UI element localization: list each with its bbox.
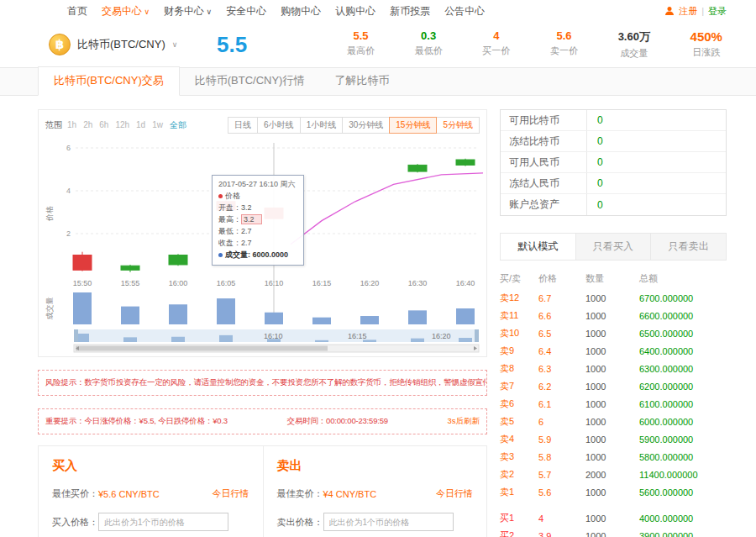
stat-value: 3.60万: [618, 29, 650, 45]
nav-item[interactable]: 新币投票: [390, 4, 430, 18]
interval-button[interactable]: 日线: [228, 117, 258, 134]
interval-selector: 日线 6小时线 1小时线 30分钟线 15分钟线 5分钟线: [228, 117, 480, 134]
sell-order-row[interactable]: 卖6 6.1 1000 6100.000000: [500, 395, 727, 413]
orderbook-tab[interactable]: 只看买入: [576, 234, 652, 260]
nav-item[interactable]: 购物中心: [281, 4, 321, 18]
sell-order-row[interactable]: 卖7 6.2 1000 6200.000000: [500, 377, 727, 395]
svg-text:16:40: 16:40: [456, 279, 475, 287]
account-value: 0: [587, 135, 603, 147]
buy-order-row[interactable]: 买1 4 1000 4000.000000: [500, 509, 727, 527]
account-label: 冻结比特币: [501, 131, 587, 151]
sell-order-row[interactable]: 卖9 6.4 1000 6400.000000: [500, 342, 727, 360]
refresh-countdown: 3s后刷新: [447, 416, 480, 427]
interval-button[interactable]: 30分钟线: [342, 117, 390, 134]
sell-order-row[interactable]: 卖1 5.6 1000 5600.000000: [500, 483, 727, 501]
sell-order-row[interactable]: 卖2 5.7 2000 11400.000000: [500, 466, 727, 483]
sell-order-row[interactable]: 卖5 6 1000 6000.000000: [500, 413, 727, 430]
nav-item[interactable]: 认购中心: [335, 4, 375, 18]
sell-price-label: 卖出价格：: [277, 516, 323, 529]
sell-order-row[interactable]: 卖11 6.6 1000 6600.000000: [500, 307, 727, 324]
svg-text:16:20: 16:20: [432, 332, 451, 340]
sell-price-input[interactable]: [323, 513, 454, 531]
ticker-stat: 5.6 卖一价: [550, 29, 578, 60]
buy-order-row[interactable]: 买2 3.9 1000 3900.000000: [500, 527, 727, 537]
interval-button[interactable]: 6小时线: [257, 117, 301, 134]
account-label: 冻结人民币: [501, 173, 587, 193]
register-link[interactable]: 注册: [679, 5, 697, 18]
svg-text:16:00: 16:00: [169, 279, 188, 287]
account-label: 可用人民币: [501, 152, 587, 172]
nav-item[interactable]: 首页: [67, 4, 87, 18]
nav-item[interactable]: 安全中心: [226, 4, 266, 18]
svg-text:16:15: 16:15: [312, 279, 332, 287]
pair-selector[interactable]: ฿ 比特币(BTC/CNY) ∨: [49, 34, 204, 55]
range-button[interactable]: 2h: [80, 119, 96, 130]
buy-price-input[interactable]: [98, 513, 228, 531]
stat-label: 成交量: [618, 47, 650, 60]
account-row: 可用人民币 0: [501, 152, 726, 173]
svg-text:16:05: 16:05: [217, 279, 236, 287]
sell-order-row[interactable]: 卖12 6.7 1000 6700.000000: [500, 289, 727, 307]
svg-text:2: 2: [66, 229, 71, 238]
range-button[interactable]: 6h: [96, 119, 112, 130]
orderbook-tab[interactable]: 默认模式: [501, 234, 576, 260]
page-tab[interactable]: 比特币(BTC/CNY)行情: [180, 67, 320, 95]
interval-button[interactable]: 5分钟线: [436, 117, 480, 134]
sell-order-row[interactable]: 卖4 5.9 1000 5900.000000: [500, 430, 727, 448]
stat-label: 最高价: [347, 45, 375, 57]
sell-title: 卖出: [277, 458, 474, 474]
svg-text:16:20: 16:20: [360, 279, 380, 287]
stat-value: 450%: [690, 29, 722, 44]
orderbook-buys-table: 买1 4 1000 4000.000000 买2 3.9 1000 3900.0…: [500, 509, 727, 537]
interval-button[interactable]: 15分钟线: [389, 117, 437, 134]
best-sell-value: ¥4 CNY/BTC: [323, 489, 377, 499]
range-button[interactable]: 全部: [166, 119, 190, 130]
auth-divider: |: [701, 6, 704, 16]
nav-item[interactable]: 财务中心: [164, 4, 212, 18]
svg-text:6: 6: [66, 144, 71, 152]
last-price: 5.5: [217, 32, 276, 58]
page-tabs: 比特币(BTC/CNY)交易 比特币(BTC/CNY)行情 了解比特币: [0, 68, 756, 96]
sell-order-row[interactable]: 卖8 6.3 1000 6300.000000: [500, 360, 727, 377]
chart-panel: 范围 1h2h6h12h1d1w全部 日线 6小时线 1小时线 30分钟线 15…: [38, 109, 487, 357]
chart-body: 24615:5015:5516:0016:0516:1016:1516:2016…: [44, 138, 481, 355]
page-tab[interactable]: 了解比特币: [319, 67, 404, 95]
interval-button[interactable]: 1小时线: [300, 117, 344, 134]
buy-title: 买入: [52, 458, 249, 474]
sell-panel: 卖出 最佳卖价： ¥4 CNY/BTC 今日行情 卖出价格： 最大可卖： - B…: [263, 446, 487, 537]
orderbook-tab[interactable]: 只看卖出: [651, 234, 726, 260]
page-tab[interactable]: 比特币(BTC/CNY)交易: [38, 66, 180, 96]
svg-text:15:55: 15:55: [121, 279, 140, 287]
login-link[interactable]: 登录: [708, 5, 727, 18]
col-side: 买/卖: [500, 267, 538, 289]
sell-order-row[interactable]: 卖10 6.5 1000 6500.000000: [500, 324, 727, 342]
account-value: 0: [587, 177, 603, 189]
svg-text:15:50: 15:50: [73, 279, 92, 287]
nav-item[interactable]: 交易中心: [102, 4, 150, 18]
tooltip-volume: 成交量: 6000.0000: [218, 250, 297, 261]
range-button[interactable]: 1d: [133, 119, 149, 130]
tooltip-datetime: 2017-05-27 16:10 周六: [218, 179, 297, 191]
range-button[interactable]: 12h: [112, 119, 133, 130]
trading-time-text: 交易时间：00:00:00-23:59:59: [287, 416, 388, 427]
chevron-down-icon: ∨: [172, 40, 178, 49]
sell-market-link[interactable]: 今日行情: [436, 487, 473, 500]
user-icon: [664, 6, 675, 16]
sell-order-row[interactable]: 卖3 5.8 1000 5800.000000: [500, 448, 727, 466]
main-nav: 首页 交易中心 财务中心 安全中心 购物中心 认购中心 新币投票 公告中心: [67, 4, 664, 18]
range-button[interactable]: 1w: [149, 119, 166, 130]
chart-toolbar: 范围 1h2h6h12h1d1w全部 日线 6小时线 1小时线 30分钟线 15…: [44, 115, 481, 138]
limit-prices-text: 重要提示：今日涨停价格：¥5.5, 今日跌停价格：¥0.3: [45, 416, 228, 427]
best-buy-value: ¥5.6 CNY/BTC: [98, 489, 160, 499]
col-total: 总额: [639, 267, 727, 289]
tooltip-open: 开盘：3.2: [218, 203, 297, 214]
buy-market-link[interactable]: 今日行情: [213, 487, 249, 500]
stat-value: 0.3: [415, 29, 443, 42]
tooltip-high: 最高：3.2: [218, 214, 297, 226]
sell-price-row: 卖出价格：: [277, 513, 474, 531]
ticker-stat: 5.5 最高价: [347, 29, 375, 60]
nav-item[interactable]: 公告中心: [444, 4, 485, 18]
range-button[interactable]: 1h: [64, 119, 80, 130]
tooltip-close: 收盘：2.7: [218, 238, 297, 250]
chart-tooltip: 2017-05-27 16:10 周六 价格 开盘：3.2 最高：3.2 最低：…: [212, 175, 304, 266]
